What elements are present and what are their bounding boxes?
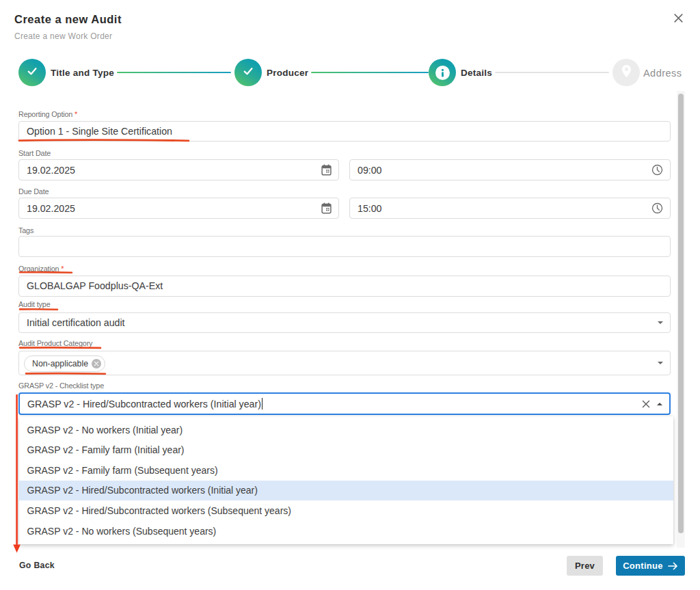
start-date-label: Start Date — [18, 149, 51, 157]
location-pin-icon — [621, 64, 632, 81]
audit-product-category-select[interactable]: Non-applicable — [18, 351, 671, 375]
clock-icon[interactable] — [651, 202, 663, 214]
start-date-input[interactable]: 19.02.2025 — [18, 159, 339, 180]
step-details-circle[interactable] — [429, 59, 456, 86]
page-subtitle: Create a new Work Order — [14, 31, 112, 41]
close-icon — [672, 16, 685, 27]
chip-label: Non-applicable — [32, 359, 88, 368]
chip-remove-icon[interactable] — [92, 359, 101, 368]
scrollbar-thumb[interactable] — [678, 94, 684, 533]
clock-icon[interactable] — [651, 164, 663, 176]
start-time-input[interactable]: 09:00 — [349, 159, 671, 180]
clear-icon[interactable] — [642, 400, 650, 408]
step-connector-2 — [311, 72, 429, 74]
audit-type-value: Initial certification audit — [27, 317, 658, 328]
dropdown-option[interactable]: GRASP v2 - No workers (Subsequent years) — [19, 521, 674, 541]
step-address-label: Address — [643, 68, 682, 79]
check-icon — [25, 64, 39, 81]
reporting-option-value: Option 1 - Single Site Certification — [27, 126, 663, 137]
organization-input[interactable]: GLOBALGAP Foodplus-QA-Ext — [18, 276, 671, 297]
organization-label: Organization * — [18, 265, 64, 273]
step-title-and-type-label: Title and Type — [51, 68, 114, 78]
dropdown-option[interactable]: GRASP v2 - Family farm (Initial year) — [19, 440, 674, 461]
step-connector-1 — [117, 72, 231, 74]
checklist-type-dropdown: GRASP v2 - No workers (Initial year)GRAS… — [19, 416, 674, 544]
page-title: Create a new Audit — [14, 13, 122, 26]
prev-button[interactable]: Prev — [567, 556, 603, 576]
dropdown-option[interactable]: GRASP v2 - No workers (Initial year) — [19, 420, 674, 440]
info-icon — [435, 66, 450, 80]
checklist-type-value: GRASP v2 - Hired/Subcontracted workers (… — [27, 399, 261, 410]
calendar-icon[interactable] — [321, 202, 332, 214]
step-producer-circle[interactable] — [234, 59, 262, 86]
close-button[interactable] — [672, 12, 685, 25]
checklist-type-label: GRASP v2 - Checklist type — [18, 381, 104, 390]
start-time-value: 09:00 — [358, 165, 651, 176]
tags-input[interactable] — [18, 236, 671, 257]
reporting-option-input[interactable]: Option 1 - Single Site Certification — [18, 121, 671, 142]
due-time-input[interactable]: 15:00 — [349, 198, 671, 219]
due-date-input[interactable]: 19.02.2025 — [18, 198, 339, 219]
chip-non-applicable[interactable]: Non-applicable — [24, 356, 105, 372]
organization-value: GLOBALGAP Foodplus-QA-Ext — [27, 280, 663, 291]
chevron-up-icon[interactable] — [657, 403, 662, 405]
step-title-and-type-circle[interactable] — [18, 59, 46, 86]
text-cursor — [262, 398, 263, 410]
due-time-value: 15:00 — [358, 203, 651, 214]
go-back-button[interactable]: Go Back — [19, 561, 55, 570]
due-date-value: 19.02.2025 — [27, 203, 321, 214]
continue-button[interactable]: Continue — [616, 556, 685, 576]
check-icon — [241, 64, 255, 81]
required-asterisk: * — [61, 265, 64, 273]
annotation-arrow-head — [13, 545, 21, 553]
checklist-type-input[interactable]: GRASP v2 - Hired/Subcontracted workers (… — [18, 392, 671, 415]
step-producer-label: Producer — [267, 68, 308, 78]
reporting-option-label: Reporting Option * — [18, 110, 77, 118]
chevron-down-icon[interactable] — [658, 362, 663, 364]
dropdown-option[interactable]: GRASP v2 - Hired/Subcontracted workers (… — [19, 481, 674, 501]
step-address-circle[interactable] — [612, 59, 640, 86]
due-date-label: Due Date — [18, 187, 49, 196]
step-details-label: Details — [461, 68, 492, 78]
chevron-down-icon[interactable] — [658, 321, 663, 324]
continue-button-label: Continue — [623, 561, 663, 571]
dropdown-option[interactable]: GRASP v2 - Hired/Subcontracted workers (… — [19, 500, 674, 521]
annotation-underline-audit-product-category — [20, 347, 100, 348]
start-date-value: 19.02.2025 — [27, 165, 321, 176]
required-asterisk: * — [75, 110, 77, 118]
audit-product-category-label: Audit Product Category — [18, 339, 92, 347]
calendar-icon[interactable] — [321, 164, 332, 176]
audit-type-select[interactable]: Initial certification audit — [18, 312, 671, 334]
step-connector-3 — [495, 72, 609, 74]
tags-label: Tags — [18, 226, 33, 234]
audit-type-label: Audit type — [18, 300, 51, 308]
arrow-right-icon — [668, 562, 678, 570]
dropdown-option[interactable]: GRASP v2 - Family farm (Subsequent years… — [19, 460, 674, 481]
